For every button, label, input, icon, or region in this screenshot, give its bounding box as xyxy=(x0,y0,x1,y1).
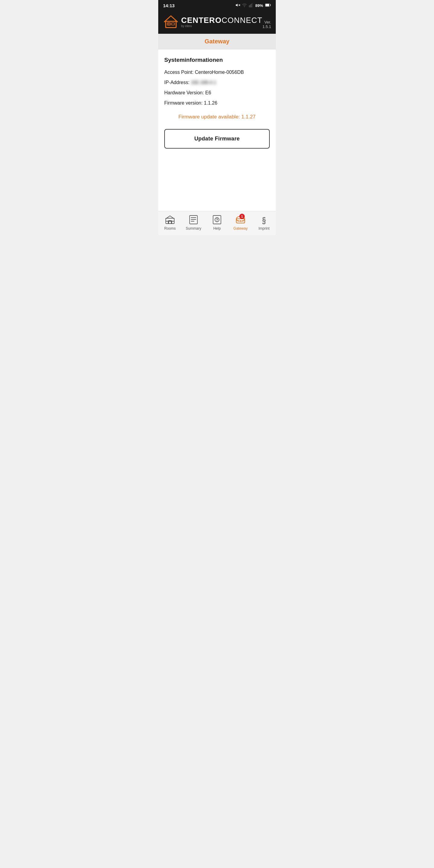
section-title: Systeminformationen xyxy=(164,57,270,63)
svg-rect-4 xyxy=(249,5,250,7)
page-title: Gateway xyxy=(205,38,229,44)
update-firmware-button[interactable]: Update Firmware xyxy=(164,129,270,149)
svg-rect-9 xyxy=(266,4,270,6)
svg-text:§: § xyxy=(262,216,266,225)
gateway-badge: 1 xyxy=(239,214,245,219)
nav-label-gateway: Gateway xyxy=(233,226,247,230)
mute-icon xyxy=(236,3,240,8)
bottom-nav: Rooms Summary ? Help xyxy=(158,211,276,235)
svg-rect-15 xyxy=(166,218,174,224)
logo-text-bold: CENTERO xyxy=(181,16,221,25)
svg-point-3 xyxy=(244,6,244,7)
nav-item-summary[interactable]: Summary xyxy=(182,214,205,230)
ip-address-line: IP-Address: 192.168.4.1 xyxy=(164,79,270,86)
nav-label-summary: Summary xyxy=(186,226,201,230)
svg-rect-6 xyxy=(251,4,252,7)
svg-rect-14 xyxy=(172,23,175,25)
help-icon: ? xyxy=(212,214,222,225)
nav-item-gateway[interactable]: 1 Gateway xyxy=(229,214,252,230)
hardware-version-line: Hardware Version: E6 xyxy=(164,89,270,96)
battery-percentage: 89% xyxy=(255,3,263,8)
ip-address-label: IP-Address: xyxy=(164,80,190,85)
summary-icon xyxy=(188,214,199,225)
status-bar: 14:13 8 xyxy=(158,0,276,11)
nav-item-imprint[interactable]: § Imprint xyxy=(252,214,276,230)
rooms-icon xyxy=(164,214,176,225)
svg-point-30 xyxy=(240,220,241,221)
nav-item-help[interactable]: ? Help xyxy=(205,214,229,230)
nav-item-rooms[interactable]: Rooms xyxy=(158,214,182,230)
status-time: 14:13 xyxy=(163,3,175,8)
nav-label-rooms: Rooms xyxy=(164,226,176,230)
nav-label-imprint: Imprint xyxy=(258,226,270,230)
logo-area: CENTEROCONNECT by elero xyxy=(163,14,262,29)
firmware-update-notice: Firmware update available: 1.1.27 xyxy=(164,114,270,120)
page-title-bar: Gateway xyxy=(158,34,276,50)
main-content: Systeminformationen Access Point: Center… xyxy=(158,50,276,211)
svg-rect-7 xyxy=(252,3,253,7)
ip-address-value: 192.168.4.1 xyxy=(191,79,216,86)
wifi-icon xyxy=(242,3,247,8)
status-right: 89% xyxy=(236,3,271,8)
nav-label-help: Help xyxy=(213,226,221,230)
svg-rect-5 xyxy=(250,4,251,7)
access-point-line: Access Point: CenteroHome-0056DB xyxy=(164,69,270,76)
version-label: Ver. 1.5.1 xyxy=(262,20,271,29)
app-header: CENTEROCONNECT by elero Ver. 1.5.1 xyxy=(158,11,276,34)
svg-text:?: ? xyxy=(216,218,218,222)
logo-text-light: CONNECT xyxy=(221,16,262,25)
svg-point-31 xyxy=(242,220,244,221)
svg-marker-0 xyxy=(236,4,238,6)
firmware-version-line: Firmware version: 1.1.26 xyxy=(164,99,270,107)
app-logo-icon xyxy=(163,14,179,29)
signal-icon xyxy=(249,3,253,8)
battery-icon xyxy=(265,3,271,8)
svg-rect-20 xyxy=(190,216,197,224)
svg-point-29 xyxy=(238,220,239,221)
imprint-icon: § xyxy=(258,214,270,225)
logo-text: CENTEROCONNECT xyxy=(181,16,262,25)
